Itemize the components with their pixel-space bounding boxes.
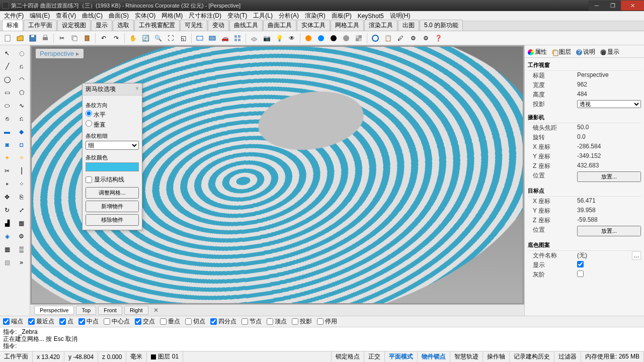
surface-icon[interactable]: ▬ (1, 126, 13, 138)
perspective-viewport[interactable]: Perspective 斑马纹选项 × 条纹方向 水平 垂直 条纹粗细 细 条纹… (31, 46, 523, 304)
solid-icon[interactable]: ◙ (1, 139, 13, 151)
status-gumball[interactable]: 操作轴 (483, 351, 510, 362)
tab-select[interactable]: 选取 (113, 20, 134, 31)
pointedit-icon[interactable]: ⚬ (1, 178, 13, 190)
texture-icon[interactable] (353, 33, 364, 44)
zoom-extents-icon[interactable]: ⛶ (165, 33, 176, 44)
viewport-tab-perspective[interactable]: Perspective (34, 306, 74, 315)
shaded-icon[interactable] (207, 33, 218, 44)
rotate-icon[interactable]: ↻ (1, 204, 13, 216)
prop-tgt-place-button[interactable]: 放置... (577, 226, 641, 236)
prop-cam-y-value[interactable]: -349.152 (577, 152, 641, 161)
history-icon[interactable]: ⚙ (420, 33, 431, 44)
copy-icon[interactable] (69, 33, 80, 44)
undo-icon[interactable]: ↶ (98, 33, 109, 44)
tools-icon[interactable]: ⚙ (16, 230, 28, 242)
rectangle-icon[interactable]: ▭ (1, 86, 13, 99)
rendered-icon[interactable]: 🚗 (219, 33, 230, 44)
paste-icon[interactable] (82, 33, 93, 44)
panel-tab-layers[interactable]: 📋图层 (551, 47, 572, 57)
prop-cam-place-button[interactable]: 放置... (577, 171, 641, 182)
mirror-icon[interactable]: ▟ (1, 217, 13, 229)
status-filter[interactable]: 过滤器 (554, 351, 581, 362)
viewport-tab-front[interactable]: Front (98, 306, 122, 315)
prop-cam-z-value[interactable]: 432.683 (577, 162, 641, 170)
osnap-vertex[interactable]: 顶点 (267, 317, 287, 326)
stripe-thickness-select[interactable]: 细 (86, 141, 139, 150)
arc-icon[interactable]: ◠ (16, 73, 28, 85)
status-osnap[interactable]: 物件锁点 (418, 351, 450, 362)
tab-standard[interactable]: 标准 (2, 20, 23, 31)
prop-wp-show-checkbox[interactable] (577, 261, 584, 267)
prop-title-value[interactable]: Perspective (577, 71, 641, 80)
close-button[interactable]: ✕ (621, 1, 644, 11)
layers-panel-icon[interactable]: 📋 (382, 33, 393, 44)
lasso-icon[interactable]: ◌ (16, 47, 28, 59)
tab-transform[interactable]: 变动 (208, 20, 229, 31)
tab-setview[interactable]: 设定视图 (57, 20, 91, 31)
prop-rotation-value[interactable]: 0.0 (577, 133, 641, 142)
status-units[interactable]: 毫米 (126, 351, 147, 362)
prop-projection-select[interactable]: 透视 (577, 100, 641, 108)
osnap-project[interactable]: 投影 (292, 317, 312, 326)
tab-meshtools[interactable]: 网格工具 (331, 20, 364, 31)
cut-icon[interactable]: ✂ (56, 33, 67, 44)
prop-wp-file-browse[interactable]: … (632, 251, 641, 260)
rotate-view-icon[interactable]: 🔄 (140, 33, 151, 44)
render-icon[interactable] (303, 33, 314, 44)
split-icon[interactable]: ⎮ (16, 165, 28, 177)
new-icon[interactable] (2, 33, 13, 44)
panel-tab-notes[interactable]: ?说明 (575, 47, 596, 57)
tab-surfacetools[interactable]: 曲面工具 (263, 20, 296, 31)
status-ortho[interactable]: 正交 (364, 351, 385, 362)
tab-display[interactable]: 显示 (91, 20, 112, 31)
prop-tgt-x-value[interactable]: 56.471 (577, 197, 641, 206)
ellipse-icon[interactable]: ⬭ (1, 100, 13, 112)
surface-edit-icon[interactable]: ◆ (16, 126, 28, 138)
status-gridsnap[interactable]: 锁定格点 (332, 351, 364, 362)
transform-icon[interactable]: ◈ (1, 230, 13, 242)
minimize-button[interactable]: ─ (589, 1, 605, 11)
layers-icon[interactable]: 💡 (274, 33, 285, 44)
zoom-icon[interactable]: 🔍 (152, 33, 164, 44)
status-smarttrack[interactable]: 智慧轨迹 (450, 351, 483, 362)
tab-solidtools[interactable]: 实体工具 (297, 20, 330, 31)
pointer-icon[interactable]: ↖ (1, 47, 13, 59)
osnap-cen[interactable]: 中心点 (104, 317, 130, 326)
move-icon[interactable]: ✥ (1, 191, 13, 203)
status-history[interactable]: 记录建构历史 (510, 351, 554, 362)
tab-drafting[interactable]: 出图 (398, 20, 419, 31)
prop-tgt-z-value[interactable]: -59.588 (577, 216, 641, 225)
maximize-button[interactable]: ❐ (605, 1, 621, 11)
remove-object-button[interactable]: 移除物件 (86, 214, 139, 226)
status-planar[interactable]: 平面模式 (385, 351, 418, 362)
prop-tgt-y-value[interactable]: 39.958 (577, 207, 641, 215)
stripe-horizontal-radio[interactable]: 水平 (86, 110, 139, 119)
osnap-disable[interactable]: 停用 (317, 317, 337, 326)
prop-wp-gray-checkbox[interactable] (577, 270, 584, 277)
four-view-icon[interactable] (232, 33, 243, 44)
osnap-end[interactable]: 端点 (3, 317, 23, 326)
array-icon[interactable]: ▦ (16, 217, 28, 229)
pen-icon[interactable]: 🖊 (395, 33, 406, 44)
environment-icon[interactable] (341, 33, 352, 44)
pan-icon[interactable]: ✋ (127, 33, 138, 44)
save-icon[interactable] (27, 33, 38, 44)
adjust-mesh-button[interactable]: 调整网格... (86, 187, 139, 199)
tab-viewport[interactable]: 工作视窗配置 (134, 20, 180, 31)
prop-lens-value[interactable]: 50.0 (577, 124, 641, 132)
status-layer[interactable]: 图层 01 (147, 351, 183, 362)
polygon-icon[interactable]: ⬠ (16, 86, 28, 99)
curve-icon[interactable]: ∿ (16, 100, 28, 112)
command-input[interactable] (17, 342, 641, 349)
osnap-knot[interactable]: 节点 (242, 317, 262, 326)
osnap-mid[interactable]: 中点 (78, 317, 99, 326)
scale-icon[interactable]: ⤢ (16, 204, 28, 216)
explode-icon[interactable]: ✦ (1, 152, 13, 164)
stripe-vertical-radio[interactable]: 垂直 (86, 120, 139, 129)
viewport-label[interactable]: Perspective (36, 49, 84, 58)
copy2-icon[interactable]: ⎘ (16, 191, 28, 203)
tab-cplane[interactable]: 工作平面 (24, 20, 57, 31)
join-icon[interactable]: ✧ (16, 152, 28, 164)
panel-tab-display[interactable]: 🖥显示 (599, 47, 620, 57)
